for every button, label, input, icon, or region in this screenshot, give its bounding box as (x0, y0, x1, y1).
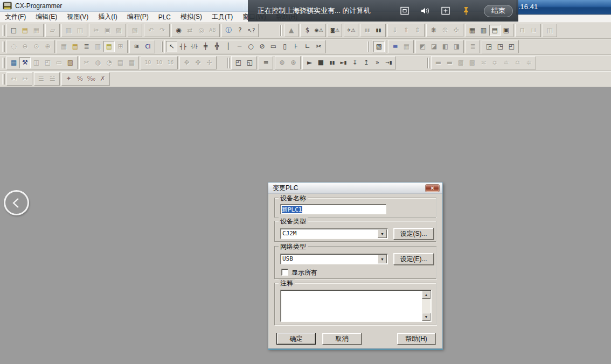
indent-rung-button[interactable]: ↦ (19, 73, 31, 85)
monitor-signed-decimal-button[interactable]: 10 (154, 57, 165, 68)
context-help-button[interactable]: ↖? (246, 25, 257, 36)
time-chart-monitor-button[interactable]: ⊔ (528, 25, 539, 36)
network-type-combobox[interactable]: USB ▼ (280, 254, 388, 264)
data-trace-read-button[interactable]: ▬ (433, 57, 444, 68)
release-access-button[interactable]: ◔ (103, 57, 115, 68)
menu-tools[interactable]: 工具(T) (207, 11, 238, 23)
scroll-up-icon[interactable]: ▲ (422, 291, 431, 299)
dialog-title-bar[interactable]: 变更PLC × (268, 183, 442, 194)
sim-step-run-button[interactable]: ►▮ (338, 57, 349, 68)
monitor-hex-button[interactable]: 16 (165, 57, 176, 68)
new-contact-button[interactable]: ┤├ (177, 41, 189, 52)
outdent-rung-button[interactable]: ↤ (8, 73, 19, 85)
auto-connect-button[interactable]: ✈⚠ (345, 25, 357, 36)
pin-icon[interactable] (460, 5, 472, 16)
menu-file[interactable]: 文件(F) (0, 11, 31, 23)
paste-button[interactable]: ▨ (113, 25, 124, 36)
force-cancel-all-button[interactable]: ✗ (97, 73, 108, 85)
monitor-decimal-button[interactable]: 10 (142, 57, 154, 68)
sim-scan-mode-button[interactable]: ⊚ (276, 57, 288, 68)
network-type-settings-button[interactable]: 设定(E)... (393, 253, 434, 265)
sim-settings-button[interactable]: ⊛ (288, 57, 299, 68)
new-project-button[interactable]: □ (8, 25, 19, 36)
comment-scrollbar[interactable]: ▲ ▼ (422, 291, 431, 321)
menu-insert[interactable]: 插入(I) (93, 11, 122, 23)
device-type-dropdown-arrow-icon[interactable]: ▼ (378, 229, 387, 238)
sim-pause-button[interactable]: ▮▮ (327, 57, 338, 68)
plc-memory-button[interactable]: ▥ (478, 25, 489, 36)
menu-edit[interactable]: 编辑(E) (31, 11, 62, 23)
menu-view[interactable]: 视图(V) (62, 11, 93, 23)
trace-execute-button[interactable]: ▩ (467, 57, 478, 68)
grid-button[interactable]: ▦ (58, 41, 70, 52)
device-name-input[interactable]: 新PLC1 (280, 204, 386, 214)
online-edit-send-button[interactable]: ❊ (439, 25, 450, 36)
rung-comment-list-button[interactable]: ☰ (36, 73, 47, 85)
new-coil-button[interactable]: ○ (245, 41, 256, 52)
undo-button[interactable]: ↶ (145, 25, 157, 36)
symbols-table-button[interactable]: ▥ (92, 41, 103, 52)
compile-program-button[interactable]: ≡ (390, 41, 401, 52)
toolbar-drag-handle[interactable] (427, 58, 429, 68)
timing-chart-4-button[interactable]: ≏ (512, 57, 523, 68)
force-off-button[interactable]: ✤ (192, 57, 204, 68)
line-corner-button[interactable]: ∟ (302, 41, 313, 52)
open-project-button[interactable]: ▤ (19, 25, 31, 36)
partial-transfer-button[interactable]: ▭ (53, 57, 65, 68)
fullscreen-icon[interactable] (399, 5, 411, 16)
print-button[interactable]: ▥ (63, 25, 74, 36)
toolbar-drag-handle[interactable] (367, 41, 370, 52)
function-block-button[interactable]: ▯ (279, 41, 290, 52)
redo-button[interactable]: ↷ (157, 25, 168, 36)
differentiate-button[interactable]: ✢ (204, 57, 215, 68)
network-type-dropdown-arrow-icon[interactable]: ▼ (378, 255, 387, 263)
arrange-windows-button[interactable]: ◱ (244, 57, 255, 68)
cancel-button[interactable]: 取消 (322, 333, 362, 345)
instruction-button[interactable]: ▭ (268, 41, 279, 52)
new-window-button[interactable]: ◰ (233, 57, 244, 68)
rung-comment-pin-button[interactable]: ☱ (47, 73, 58, 85)
force-cancel-button[interactable]: ‰ (86, 73, 97, 85)
pause-sampling-button[interactable]: ▮▮ (362, 25, 373, 36)
compare-with-plc-button[interactable]: ⇕ (412, 25, 423, 36)
retry-transfer-button[interactable]: ◍ (92, 57, 103, 68)
replace-button[interactable]: AB (207, 25, 218, 36)
zoom-out-button[interactable]: ⊖ (19, 41, 31, 52)
toolbar-drag-handle[interactable] (280, 25, 282, 36)
online-edit-release-button[interactable]: ✣ (450, 25, 462, 36)
ladder-view-button[interactable]: ▤ (103, 41, 115, 52)
watch-window-button[interactable]: ◲ (483, 41, 495, 52)
sim-step-in-button[interactable]: ↧ (349, 57, 360, 68)
help-button[interactable]: 帮助(H) (397, 333, 435, 345)
closed-or-contact-button[interactable]: ╬ (211, 41, 223, 52)
about-button[interactable]: ⓘ (223, 25, 234, 36)
binary-view-button[interactable]: ▦ (126, 57, 137, 68)
toolbar-drag-handle[interactable] (2, 41, 5, 52)
zoom-in-button[interactable]: ⊕ (42, 41, 53, 52)
differential-list-button[interactable]: ≣ (467, 41, 478, 52)
online-edit-cut-button[interactable]: ✂ (81, 57, 92, 68)
menu-program[interactable]: 编程(P) (122, 11, 154, 23)
toolbar-drag-handle[interactable] (227, 58, 230, 68)
sim-continuous-step-button[interactable]: » (372, 57, 383, 68)
monitor-button[interactable]: ◉⚠ (313, 25, 324, 36)
or-contact-button[interactable]: ╪ (200, 41, 211, 52)
compile-all-button[interactable]: ◫ (31, 57, 42, 68)
toolbar-drag-handle[interactable] (160, 41, 163, 52)
pause-button[interactable]: ▮▮ (373, 25, 384, 36)
screen-select-icon[interactable] (440, 5, 452, 16)
task-calendar-button[interactable]: ▦ (401, 41, 412, 52)
work-online-button[interactable]: ▲ (286, 25, 297, 36)
force-set-bit-button[interactable]: ✦ (63, 73, 74, 85)
force-reset-bit-button[interactable]: % (74, 73, 86, 85)
online-edit-button[interactable]: ❋ (428, 25, 439, 36)
auto-online-button[interactable]: $ (302, 25, 313, 36)
validate-symbols-button[interactable]: ◧ (440, 41, 451, 52)
edit-rung-comment-button[interactable]: ≡ (260, 57, 272, 68)
timing-chart-1-button[interactable]: ≍ (478, 57, 489, 68)
select-tool-button[interactable]: ↖ (166, 41, 177, 52)
force-on-button[interactable]: ✥ (181, 57, 192, 68)
paste-clipboard-button[interactable]: ▧ (129, 25, 141, 36)
shared-comments-button[interactable]: ▤ (70, 41, 81, 52)
find-settings-button[interactable]: ⇄ (184, 25, 196, 36)
